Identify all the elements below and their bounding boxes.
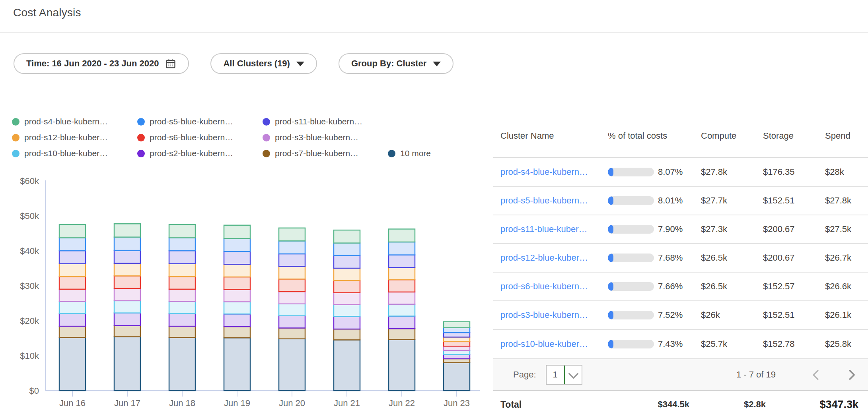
bar-segment[interactable] — [224, 225, 250, 238]
bar-segment[interactable] — [114, 337, 140, 391]
bar-segment[interactable] — [389, 255, 415, 268]
bar-segment[interactable] — [279, 328, 305, 339]
legend-item[interactable]: 10 more — [388, 149, 431, 158]
cluster-link[interactable]: prod-s6-blue-kubern… — [500, 281, 608, 292]
bar-segment[interactable] — [59, 264, 86, 277]
bar-segment[interactable] — [59, 289, 86, 302]
bar-segment[interactable] — [114, 237, 140, 250]
bar-segment[interactable] — [279, 279, 305, 292]
legend-item[interactable]: prod-s6-blue-kubern… — [137, 133, 263, 142]
bar-segment[interactable] — [444, 333, 470, 337]
bar-segment[interactable] — [334, 230, 360, 243]
legend-item[interactable]: prod-s2-blue-kubern… — [137, 149, 263, 158]
cluster-link[interactable]: prod-s5-blue-kubern… — [500, 195, 608, 206]
bar-segment[interactable] — [389, 340, 415, 391]
bar-segment[interactable] — [444, 363, 470, 391]
bar-segment[interactable] — [444, 337, 470, 341]
bar-segment[interactable] — [334, 293, 360, 305]
bar-segment[interactable] — [279, 339, 305, 391]
bar-segment[interactable] — [224, 277, 250, 290]
bar-segment[interactable] — [224, 327, 250, 338]
bar-segment[interactable] — [224, 238, 250, 252]
bar-segment[interactable] — [444, 322, 470, 328]
bar-segment[interactable] — [169, 337, 195, 391]
bar-segment[interactable] — [444, 359, 470, 363]
bar-segment[interactable] — [279, 304, 305, 316]
bar-segment[interactable] — [169, 264, 195, 277]
bar-segment[interactable] — [59, 314, 86, 326]
legend-item[interactable]: prod-s5-blue-kubern… — [137, 117, 263, 126]
bar-segment[interactable] — [444, 328, 470, 333]
bar-segment[interactable] — [59, 238, 86, 251]
bar-segment[interactable] — [444, 346, 470, 350]
bar-segment[interactable] — [334, 340, 360, 391]
bar-segment[interactable] — [224, 264, 250, 277]
bar-segment[interactable] — [114, 276, 140, 288]
legend-item[interactable]: prod-s7-blue-kubern… — [263, 149, 388, 158]
bar-segment[interactable] — [334, 268, 360, 281]
bar-segment[interactable] — [224, 290, 250, 302]
cluster-link[interactable]: prod-s11-blue-kuber… — [500, 224, 608, 234]
bar-segment[interactable] — [334, 243, 360, 256]
bar-segment[interactable] — [169, 238, 195, 251]
bar-segment[interactable] — [114, 288, 140, 301]
cluster-link[interactable]: prod-s12-blue-kuber… — [500, 253, 608, 263]
bar-segment[interactable] — [279, 292, 305, 304]
clusters-filter[interactable]: All Clusters (19) — [210, 53, 317, 74]
time-range-filter[interactable]: Time: 16 Jun 2020 - 23 Jun 2020 — [14, 53, 189, 74]
group-by-filter[interactable]: Group By: Cluster — [339, 53, 453, 74]
bar-segment[interactable] — [334, 305, 360, 317]
bar-segment[interactable] — [169, 302, 195, 314]
bar-segment[interactable] — [279, 228, 305, 241]
legend-item[interactable]: prod-s11-blue-kubern… — [263, 117, 388, 126]
bar-segment[interactable] — [224, 302, 250, 314]
bar-segment[interactable] — [389, 329, 415, 339]
bar-segment[interactable] — [389, 242, 415, 255]
bar-segment[interactable] — [169, 277, 195, 289]
cluster-link[interactable]: prod-s3-blue-kubern… — [500, 310, 608, 320]
legend-item[interactable]: prod-s12-blue-kuber… — [12, 133, 137, 142]
bar-segment[interactable] — [59, 337, 86, 391]
bar-segment[interactable] — [334, 281, 360, 293]
bar-segment[interactable] — [279, 316, 305, 328]
bar-segment[interactable] — [279, 241, 305, 254]
bar-segment[interactable] — [114, 250, 140, 263]
bar-segment[interactable] — [389, 280, 415, 292]
bar-segment[interactable] — [114, 325, 140, 337]
bar-segment[interactable] — [444, 354, 470, 359]
bar-segment[interactable] — [389, 316, 415, 329]
bar-segment[interactable] — [444, 342, 470, 346]
legend-item[interactable]: prod-s4-blue-kubern… — [12, 117, 137, 126]
bar-segment[interactable] — [224, 314, 250, 327]
legend-item[interactable]: prod-s3-blue-kubern… — [263, 133, 388, 142]
bar-segment[interactable] — [334, 316, 360, 329]
bar-segment[interactable] — [444, 350, 470, 355]
bar-segment[interactable] — [169, 314, 195, 326]
chevron-left-icon[interactable] — [812, 370, 823, 380]
bar-segment[interactable] — [59, 326, 86, 337]
bar-segment[interactable] — [389, 304, 415, 316]
legend-item[interactable]: prod-s10-blue-kuber… — [12, 149, 137, 158]
bar-segment[interactable] — [389, 292, 415, 304]
bar-segment[interactable] — [59, 224, 86, 238]
bar-segment[interactable] — [59, 277, 86, 289]
bar-segment[interactable] — [59, 251, 86, 264]
bar-segment[interactable] — [389, 229, 415, 242]
chevron-right-icon[interactable] — [845, 370, 855, 380]
bar-segment[interactable] — [169, 251, 195, 264]
bar-segment[interactable] — [334, 329, 360, 340]
bar-segment[interactable] — [224, 252, 250, 265]
bar-segment[interactable] — [389, 267, 415, 280]
bar-segment[interactable] — [114, 313, 140, 326]
bar-segment[interactable] — [224, 338, 250, 391]
cluster-link[interactable]: prod-s4-blue-kubern… — [500, 167, 608, 177]
bar-segment[interactable] — [169, 224, 195, 238]
cluster-link[interactable]: prod-s10-blue-kuber… — [500, 339, 608, 349]
bar-segment[interactable] — [114, 224, 140, 237]
page-select[interactable]: 1 — [546, 365, 582, 385]
bar-segment[interactable] — [334, 255, 360, 268]
bar-segment[interactable] — [279, 254, 305, 267]
bar-segment[interactable] — [279, 267, 305, 279]
bar-segment[interactable] — [169, 326, 195, 337]
bar-segment[interactable] — [114, 301, 140, 313]
